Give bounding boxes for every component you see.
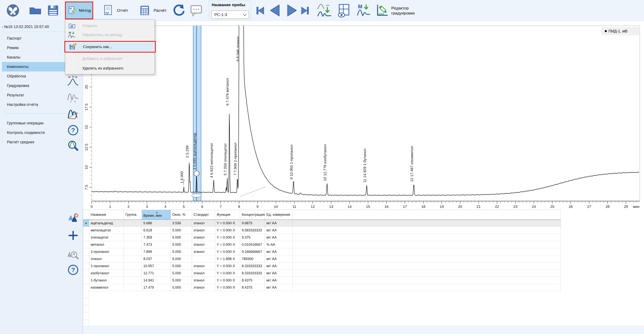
cell-Концентрация[interactable]: 9.166666667 [240,248,265,255]
cell-Группа[interactable] [124,234,142,241]
calibration-editor-button[interactable]: Редактор градуировки [375,2,416,19]
cell-Функция[interactable]: Y = 0.000·X [215,234,240,241]
calculation-button[interactable]: Расчёт [138,4,173,17]
sidebar-item-градуировка[interactable]: Градуировка [0,81,68,90]
cell-Ед. измерения[interactable]: % АА [265,241,292,248]
sidebar-item-паспорт[interactable]: Паспорт [0,34,68,43]
process-by-method-button[interactable]: M [356,3,371,18]
cell-Стандарт[interactable]: этанол [192,220,215,227]
table-row-этанол[interactable]: этанол8.0375.000Y = 1.898·X789300мг/ АА [83,255,561,263]
row-selector[interactable] [83,241,89,248]
cell-Время, мин[interactable]: 10.957 [142,263,171,270]
table-row-метанол[interactable]: метанол7.4735.000этанолY = 0.000·X0.0104… [83,241,561,248]
cell-Функция[interactable]: Y = 0.000·X [215,270,240,277]
cell-Группа[interactable] [124,270,142,277]
cell-Стандарт[interactable]: этанол [192,263,215,270]
cell-Группа[interactable] [124,255,142,263]
cell-Стандарт[interactable]: этанол [192,270,215,277]
cell-Ед. измерения[interactable]: мг/ АА [265,284,292,291]
menu-item-2[interactable]: MОбработать по методу [65,30,155,39]
nav-last-button[interactable] [300,4,310,17]
cell-Стандарт[interactable]: этанол [192,284,215,291]
cell-Стандарт[interactable]: этанол [192,277,215,284]
cell-Концентрация[interactable]: 789300 [240,255,265,263]
cell-Ед. измерения[interactable]: мг/ АА [265,248,292,255]
row-selector[interactable] [83,227,89,234]
cell-Функция[interactable]: Y = 0.000·X [215,284,240,291]
cell-Окно, %[interactable]: 5.000 [171,263,192,270]
sidebar-item-контроль-сходимости[interactable]: Контроль сходимости [0,128,68,137]
table-row-метилацетат[interactable]: метилацетат6.6185.000этанолY = 0.000·X9.… [83,227,561,234]
cell-Окно, %[interactable]: 5.000 [171,270,192,277]
cell-Концентрация[interactable]: 8.4375 [240,277,265,284]
column-header-6[interactable]: Функция [215,210,240,220]
cell-Концентрация[interactable]: 8.333333333 [240,263,265,270]
cell-Время, мин[interactable]: 17.479 [142,284,171,291]
sidebar-item-компоненты[interactable]: Компоненты [2,62,68,71]
cell-Группа[interactable] [124,220,142,227]
row-selector[interactable] [83,234,89,241]
column-header-7[interactable]: Концентрация [240,210,265,220]
nav-next-button[interactable] [284,3,299,18]
menu-item-4[interactable]: Добавить в избранное [65,54,155,63]
cell-Концентрация[interactable]: 8.4375 [240,284,265,291]
cell-Функция[interactable]: Y = 0.000·X [215,227,240,234]
sidebar-item-режим[interactable]: Режим [0,43,68,53]
cell-Время, мин[interactable]: 14.941 [142,277,171,284]
components-table[interactable]: НазваниеГруппа▲Время, минОкно, %Стандарт… [83,210,561,291]
cell-Окно, %[interactable]: 5.000 [171,277,192,284]
column-header-9[interactable] [292,210,561,220]
cell-Ед. измерения[interactable]: мг/ АА [265,227,292,234]
cell-Ед. измерения[interactable]: мг/ АА [265,277,292,284]
cell-Окно, %[interactable]: 5.000 [171,227,192,234]
cell-Время, мин[interactable]: 7.899 [142,248,171,255]
back-chevron-icon[interactable]: ‹ [2,24,3,29]
table-row-ацетальдегид[interactable]: ●ацетальдегид5.6863.536этанолY = 0.000·X… [83,220,561,227]
zoom-peak-button[interactable] [67,140,79,152]
row-selector[interactable]: ● [83,220,89,227]
cell-Название[interactable]: метанол [89,241,124,248]
sidebar-item-расчёт-средних[interactable]: Расчёт средних [0,137,68,147]
cell-Концентрация[interactable]: 9.583333333 [240,227,265,234]
cell-Функция[interactable]: Y = 0.000·X [215,277,240,284]
identify-peak-button[interactable]: <?> [67,75,79,87]
cell-Название[interactable]: 1-бутанол [89,277,124,284]
column-header-2[interactable]: Группа [124,210,142,220]
sidebar-item-обработка[interactable]: Обработка [0,71,68,81]
nav-first-button[interactable] [255,4,266,17]
cell-Окно, %[interactable]: 5.000 [171,255,192,263]
row-selector[interactable] [83,270,89,277]
cell-Время, мин[interactable]: 5.686 [142,220,171,227]
undo-button[interactable] [171,3,186,18]
add-component-button[interactable] [67,230,79,241]
help-button[interactable]: ? [67,124,79,136]
row-selector[interactable] [83,255,89,263]
cell-Окно, %[interactable]: 3.536 [171,220,192,227]
cell-Название[interactable]: 1-пропанол [89,263,124,270]
column-header-4[interactable]: Окно, % [171,210,192,220]
column-header-0[interactable] [83,210,89,220]
view-overlay-button[interactable] [336,3,351,18]
sidebar-item-настройка-отчёта[interactable]: Настройка отчёта [0,100,68,109]
table-row-изоамилол[interactable]: изоамилол17.4795.000этанолY = 0.000·X8.4… [83,284,561,291]
cell-Ед. измерения[interactable]: мг/ АА [265,263,292,270]
cell-Функция[interactable]: Y = 0.000·X [215,220,240,227]
cell-Стандарт[interactable]: этанол [192,241,215,248]
cell-Функция[interactable]: Y = 0.000·X [215,241,240,248]
cell-Концентрация[interactable]: 0.010416667 [240,241,265,248]
sidebar-item-результат[interactable]: Результат [0,90,68,100]
subtract-chromatogram-button[interactable] [317,3,332,18]
cell-Окно, %[interactable]: 5.000 [171,234,192,241]
menu-item-1[interactable]: MОткрыть [65,21,155,30]
cell-Стандарт[interactable]: этанол [192,234,215,241]
cell-Концентрация[interactable]: 9.6875 [240,220,265,227]
cell-Ед. измерения[interactable]: мг/ АА [265,234,292,241]
cell-Стандарт[interactable]: этанол [192,248,215,255]
cell-Время, мин[interactable]: 8.037 [142,255,171,263]
save-button[interactable] [46,4,60,17]
cell-Ед. измерения[interactable]: мг/ АА [265,220,292,227]
cell-Окно, %[interactable]: 5.000 [171,241,192,248]
nav-previous-button[interactable] [268,3,283,18]
column-header-5[interactable]: Стандарт [192,210,215,220]
cell-Время, мин[interactable]: 7.473 [142,241,171,248]
